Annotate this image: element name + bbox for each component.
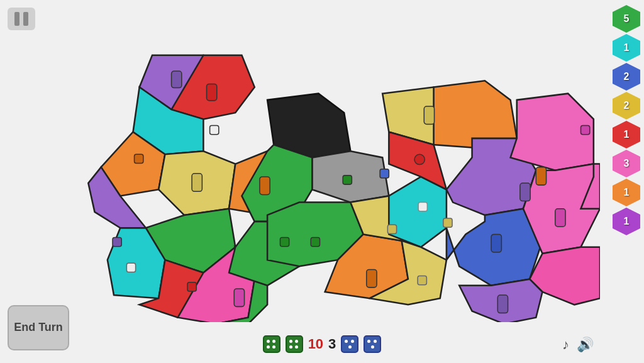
hex-badge-2[interactable]: 2 [613, 63, 640, 91]
svg-rect-31 [172, 71, 182, 87]
separator-score: 3 [328, 336, 336, 352]
hex-label-2: 2 [624, 71, 630, 82]
svg-rect-35 [192, 174, 202, 191]
svg-rect-45 [367, 269, 377, 287]
pause-bar-right [23, 12, 28, 26]
svg-rect-57 [580, 126, 589, 135]
svg-marker-19 [389, 177, 447, 247]
green-die-1 [263, 335, 280, 353]
hex-label-4: 1 [624, 129, 630, 140]
svg-rect-51 [414, 154, 425, 164]
svg-rect-47 [418, 203, 427, 211]
svg-rect-50 [536, 167, 546, 185]
svg-rect-38 [187, 282, 196, 291]
svg-rect-40 [260, 177, 270, 194]
game-board [75, 38, 600, 322]
hex-badge-1[interactable]: 1 [613, 34, 640, 62]
right-panel: 51221311 [613, 5, 640, 235]
svg-rect-36 [113, 238, 121, 247]
hex-badge-3[interactable]: 2 [613, 92, 640, 120]
svg-rect-56 [497, 295, 508, 313]
hex-badge-6[interactable]: 1 [613, 179, 640, 206]
blue-die-2 [364, 335, 381, 353]
svg-rect-44 [280, 238, 289, 247]
svg-rect-32 [207, 84, 217, 100]
svg-rect-37 [126, 263, 135, 272]
svg-rect-34 [135, 154, 143, 163]
svg-rect-52 [520, 183, 530, 201]
hex-label-7: 1 [624, 216, 630, 227]
sound-area[interactable]: ♪ 🔊 [562, 337, 594, 353]
svg-rect-48 [418, 276, 426, 285]
volume-icon[interactable]: 🔊 [577, 337, 594, 353]
hex-label-3: 2 [624, 100, 630, 111]
hex-label-0: 5 [624, 13, 630, 25]
blue-die-1 [341, 335, 358, 353]
music-icon[interactable]: ♪ [562, 337, 569, 353]
hex-badge-7[interactable]: 1 [613, 208, 640, 235]
svg-rect-33 [210, 126, 219, 135]
hex-label-5: 3 [624, 158, 630, 169]
green-die-2 [286, 335, 303, 353]
pause-button[interactable] [8, 8, 35, 30]
svg-rect-49 [424, 106, 434, 124]
green-score: 10 [308, 336, 323, 352]
hex-badge-5[interactable]: 3 [613, 150, 640, 177]
svg-rect-58 [311, 238, 319, 247]
hex-label-1: 1 [624, 42, 630, 53]
bottom-bar: 10 3 [0, 325, 644, 363]
pause-bar-left [14, 12, 19, 26]
svg-rect-54 [555, 209, 565, 226]
svg-rect-41 [343, 176, 352, 184]
hex-badge-0[interactable]: 5 [613, 5, 640, 33]
hex-label-6: 1 [624, 187, 630, 198]
svg-rect-53 [491, 234, 501, 252]
svg-rect-46 [443, 218, 452, 227]
svg-rect-43 [387, 225, 396, 233]
hex-badge-4[interactable]: 1 [613, 121, 640, 148]
svg-rect-42 [380, 169, 389, 178]
svg-rect-39 [234, 289, 244, 306]
